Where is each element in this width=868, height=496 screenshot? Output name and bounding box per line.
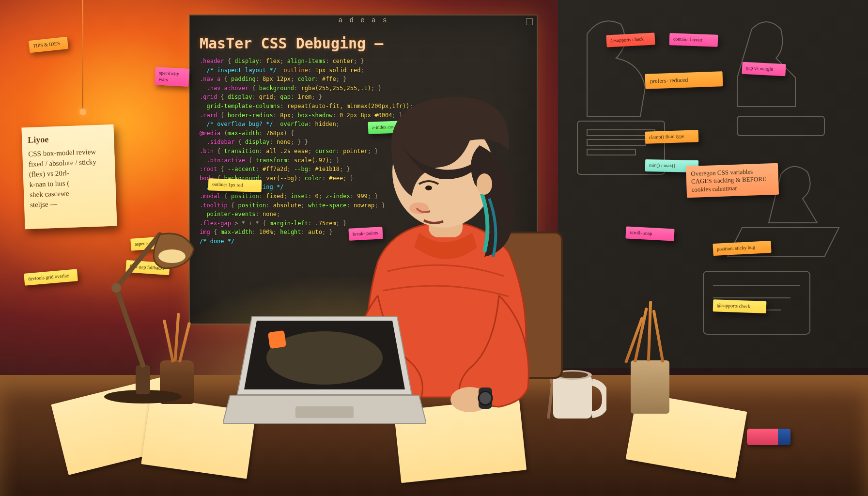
pencil-icon — [652, 310, 664, 362]
svg-point-13 — [111, 283, 121, 293]
code-editor-window: a d e a s MasTer CSS Debuging — .header … — [189, 15, 538, 325]
sticky-note: Overegon CSS variables CAGES tracking & … — [686, 163, 779, 198]
pencil-icon — [647, 301, 652, 361]
pencil-cup-right — [631, 360, 669, 414]
sticky-note: scroll- snap — [625, 226, 674, 241]
svg-rect-3 — [587, 149, 636, 155]
sticky-note: contain: layout — [669, 33, 718, 46]
sticky-note: outline: 1px red — [208, 178, 262, 192]
pencil-cup-left — [160, 360, 194, 404]
pencil-icon — [163, 319, 175, 362]
sticky-note: devtools grid overlay — [24, 269, 78, 285]
sticky-note: gap vs margin — [742, 62, 786, 76]
pinned-note-body: CSS box-model reviewfixed / absolute / s… — [28, 146, 110, 210]
code-body: .header { display: flex; align-items: ce… — [200, 57, 527, 246]
svg-line-11 — [116, 288, 143, 365]
sticky-note: clamp() fluid type — [645, 130, 699, 143]
sticky-note: @supports check — [606, 32, 655, 47]
eraser — [747, 429, 790, 445]
editor-close-icon — [526, 18, 533, 25]
sticky-note: z-index context — [368, 120, 417, 134]
sticky-note: aspect- ratio — [130, 236, 170, 250]
hanging-cord-end — [79, 108, 86, 115]
pencil-icon — [174, 313, 180, 361]
svg-rect-4 — [737, 116, 824, 136]
hanging-cord — [82, 0, 83, 111]
pinned-note-title: Liyoe — [28, 131, 108, 146]
sticky-note: @supports check — [713, 299, 767, 313]
sticky-note: position: sticky bug — [713, 241, 771, 256]
sticky-note: break- points — [348, 227, 383, 240]
svg-point-14 — [158, 249, 186, 263]
sticky-note: prefers- reduced — [645, 71, 723, 89]
desk-paper — [394, 398, 527, 483]
sticky-note: specificity wars — [155, 67, 189, 87]
editor-tab-label: a d e a s — [332, 15, 395, 26]
pencil-icon — [178, 322, 191, 363]
editor-title: MasTer CSS Debuging — — [200, 35, 527, 52]
pinned-note-left: Liyoe CSS box-model reviewfixed / absolu… — [21, 124, 117, 230]
sticky-note: flex-gap fallback! — [125, 260, 170, 275]
sticky-note: TIPS & IDES — [29, 37, 68, 53]
svg-rect-31 — [268, 330, 286, 349]
svg-rect-2 — [587, 140, 645, 145]
